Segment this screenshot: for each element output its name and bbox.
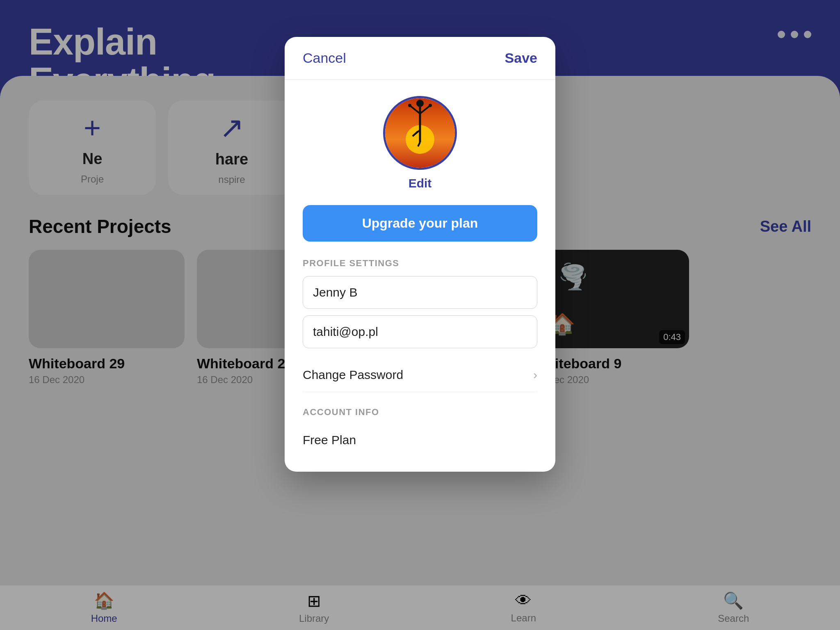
yoga-silhouette [404, 99, 436, 153]
account-info-label: ACCOUNT INFO [303, 407, 537, 418]
svg-point-4 [408, 104, 411, 107]
change-password-row[interactable]: Change Password › [303, 358, 537, 392]
svg-line-9 [413, 131, 418, 136]
avatar-edit-label: Edit [409, 176, 432, 190]
plan-label: Free Plan [303, 425, 537, 455]
avatar-background [385, 98, 455, 168]
svg-point-0 [416, 100, 424, 107]
modal-header: Cancel Save [285, 37, 555, 80]
email-input[interactable] [303, 315, 537, 348]
account-info-section: ACCOUNT INFO Free Plan [303, 407, 537, 455]
profile-modal: Cancel Save [285, 37, 555, 472]
name-input[interactable] [303, 276, 537, 309]
upgrade-button[interactable]: Upgrade your plan [303, 205, 537, 242]
save-button[interactable]: Save [505, 50, 537, 66]
modal-body: Edit Upgrade your plan PROFILE SETTINGS … [285, 80, 555, 472]
svg-line-7 [418, 142, 420, 146]
cancel-button[interactable]: Cancel [303, 50, 346, 66]
profile-settings-label: PROFILE SETTINGS [303, 258, 537, 269]
svg-point-5 [429, 104, 432, 107]
avatar-button[interactable] [383, 96, 457, 170]
avatar-container: Edit [303, 96, 537, 190]
change-password-label: Change Password [303, 368, 403, 382]
chevron-right-icon: › [533, 368, 537, 382]
